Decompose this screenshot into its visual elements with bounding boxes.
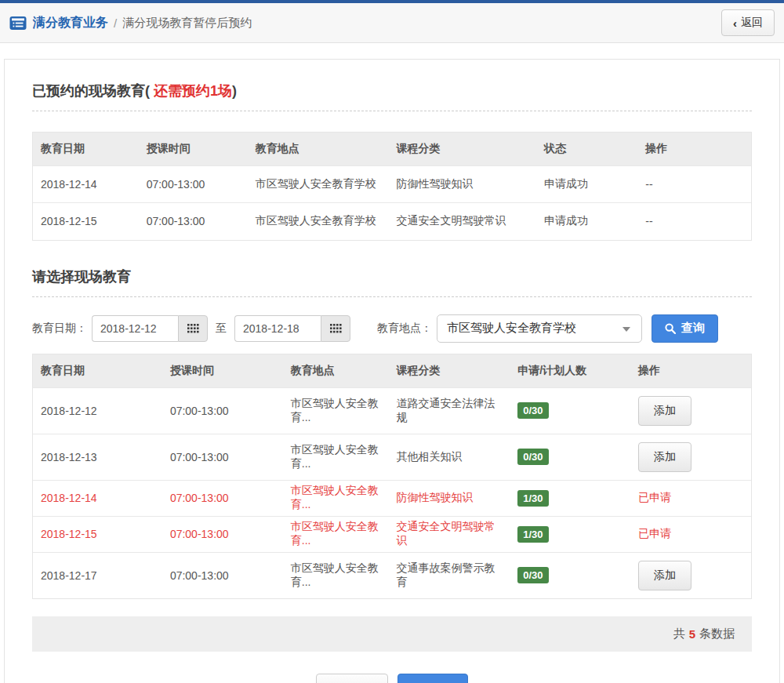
schedule-table-body: 2018-12-1207:00-13:00市区驾驶人安全教育...道路交通安全法… — [33, 387, 751, 598]
add-button[interactable]: 添加 — [638, 442, 691, 472]
cell-time: 07:00-13:00 — [139, 203, 248, 240]
schedule-table: 教育日期授课时间教育地点课程分类申请/计划人数操作 2018-12-1207:0… — [32, 354, 752, 600]
cell-time: 07:00-13:00 — [162, 387, 283, 434]
list-icon — [9, 16, 27, 31]
cell-location: 市区驾驶人安全教育学校 — [248, 166, 389, 203]
date-to-input[interactable] — [234, 315, 321, 342]
booked-section-title: 已预约的现场教育( 还需预约1场) — [32, 82, 752, 111]
cell-time: 07:00-13:00 — [162, 552, 283, 598]
count-number: 5 — [689, 627, 695, 641]
calendar-grid-icon — [330, 324, 342, 333]
cell-category: 防御性驾驶知识 — [388, 480, 510, 516]
cell-status: 申请成功 — [536, 166, 637, 203]
content-card: 已预约的现场教育( 还需预约1场) 教育日期授课时间教育地点课程分类状态操作 2… — [4, 59, 780, 683]
booked-table: 教育日期授课时间教育地点课程分类状态操作 2018-12-1407:00-13:… — [32, 132, 752, 241]
cell-time: 07:00-13:00 — [139, 166, 248, 203]
cell-count: 1/30 — [510, 480, 630, 516]
add-button[interactable]: 添加 — [638, 396, 691, 426]
location-select[interactable]: 市区驾驶人安全教育学校 — [437, 314, 642, 343]
breadcrumb-root-link[interactable]: 满分教育业务 — [33, 15, 108, 31]
schedule-table-row: 2018-12-1407:00-13:00市区驾驶人安全教育...防御性驾驶知识… — [33, 480, 751, 516]
applied-status-text: 已申请 — [638, 527, 671, 539]
booked-table-row: 2018-12-1407:00-13:00市区驾驶人安全教育学校防御性驾驶知识申… — [33, 166, 751, 203]
cell-location: 市区驾驶人安全教育... — [283, 480, 389, 516]
cell-location: 市区驾驶人安全教育... — [283, 387, 389, 434]
bottom-actions: 上一步 保 存 — [32, 674, 752, 683]
cell-category: 交通安全文明驾驶常识 — [388, 516, 510, 552]
search-button[interactable]: 查询 — [652, 314, 718, 343]
date-to-calendar-button[interactable] — [321, 315, 350, 342]
date-to-group — [234, 315, 350, 342]
cell-date: 2018-12-17 — [33, 552, 162, 598]
cell-operation: -- — [637, 203, 751, 240]
cell-operation[interactable]: 添加 — [630, 387, 751, 434]
schedule-table-header-row: 教育日期授课时间教育地点课程分类申请/计划人数操作 — [33, 354, 751, 388]
cell-category: 其他相关知识 — [388, 434, 510, 480]
cell-time: 07:00-13:00 — [162, 480, 283, 516]
cell-time: 07:00-13:00 — [162, 516, 283, 552]
column-header: 操作 — [630, 354, 751, 388]
cell-location: 市区驾驶人安全教育... — [283, 434, 389, 480]
cell-operation: 已申请 — [630, 516, 751, 552]
cell-date: 2018-12-14 — [33, 480, 162, 516]
booked-table-body: 2018-12-1407:00-13:00市区驾驶人安全教育学校防御性驾驶知识申… — [33, 166, 751, 240]
schedule-table-row: 2018-12-1507:00-13:00市区驾驶人安全教育...交通安全文明驾… — [33, 516, 751, 552]
count-badge: 1/30 — [517, 490, 548, 507]
count-badge: 0/30 — [517, 402, 548, 419]
cell-time: 07:00-13:00 — [162, 434, 283, 480]
record-count-bar: 共 5 条数据 — [32, 616, 752, 652]
cell-count: 0/30 — [510, 387, 630, 434]
add-button[interactable]: 添加 — [638, 561, 691, 590]
cell-count: 0/30 — [510, 552, 630, 598]
cell-category: 交通事故案例警示教育 — [388, 552, 510, 598]
booked-title-suffix: ) — [232, 83, 237, 99]
location-select-value: 市区驾驶人安全教育学校 — [447, 321, 576, 336]
previous-step-button[interactable]: 上一步 — [316, 674, 388, 683]
filter-bar: 教育日期： 至 — [32, 314, 752, 343]
search-icon — [665, 323, 676, 334]
column-header: 课程分类 — [388, 354, 510, 388]
cell-count: 0/30 — [510, 434, 630, 480]
schedule-table-row: 2018-12-1707:00-13:00市区驾驶人安全教育...交通事故案例警… — [33, 552, 751, 598]
cell-count: 1/30 — [510, 516, 630, 552]
cell-category: 道路交通安全法律法规 — [388, 387, 510, 434]
column-header: 教育地点 — [248, 133, 389, 166]
chevron-down-icon — [622, 327, 630, 332]
chevron-left-icon: ‹ — [733, 16, 737, 30]
date-from-calendar-button[interactable] — [178, 315, 208, 342]
column-header: 教育地点 — [283, 354, 389, 388]
column-header: 授课时间 — [162, 354, 283, 388]
column-header: 课程分类 — [388, 133, 536, 166]
count-badge: 1/30 — [517, 526, 548, 543]
date-from-input[interactable] — [92, 315, 178, 342]
cell-location: 市区驾驶人安全教育学校 — [248, 203, 389, 240]
schedule-table-row: 2018-12-1207:00-13:00市区驾驶人安全教育...道路交通安全法… — [33, 387, 751, 434]
cell-location: 市区驾驶人安全教育... — [283, 552, 389, 598]
cell-date: 2018-12-15 — [33, 203, 139, 240]
save-button[interactable]: 保 存 — [397, 674, 468, 683]
date-filter-label: 教育日期： — [32, 322, 87, 336]
count-badge: 0/30 — [517, 567, 548, 583]
search-button-label: 查询 — [681, 321, 705, 336]
cell-operation[interactable]: 添加 — [630, 434, 751, 480]
cell-date: 2018-12-12 — [33, 387, 162, 434]
column-header: 教育日期 — [33, 354, 162, 388]
cell-category: 防御性驾驶知识 — [388, 166, 536, 203]
booked-table-row: 2018-12-1507:00-13:00市区驾驶人安全教育学校交通安全文明驾驶… — [33, 203, 751, 240]
column-header: 教育日期 — [33, 133, 139, 166]
column-header: 操作 — [637, 133, 751, 166]
booked-title-highlight: 还需预约1场 — [150, 83, 232, 99]
booked-table-header-row: 教育日期授课时间教育地点课程分类状态操作 — [33, 133, 751, 166]
location-filter-label: 教育地点： — [377, 322, 432, 336]
schedule-table-row: 2018-12-1307:00-13:00市区驾驶人安全教育...其他相关知识0… — [33, 434, 751, 480]
applied-status-text: 已申请 — [638, 491, 671, 503]
calendar-grid-icon — [187, 324, 199, 333]
cell-date: 2018-12-13 — [33, 434, 162, 480]
back-button[interactable]: ‹ 返回 — [721, 9, 775, 36]
count-badge: 0/30 — [517, 449, 548, 465]
cell-location: 市区驾驶人安全教育... — [283, 516, 389, 552]
cell-operation[interactable]: 添加 — [630, 552, 751, 598]
page-header: 满分教育业务 / 满分现场教育暂停后预约 ‹ 返回 — [0, 3, 784, 43]
cell-operation: -- — [637, 166, 751, 203]
breadcrumb-current: 满分现场教育暂停后预约 — [122, 16, 252, 31]
